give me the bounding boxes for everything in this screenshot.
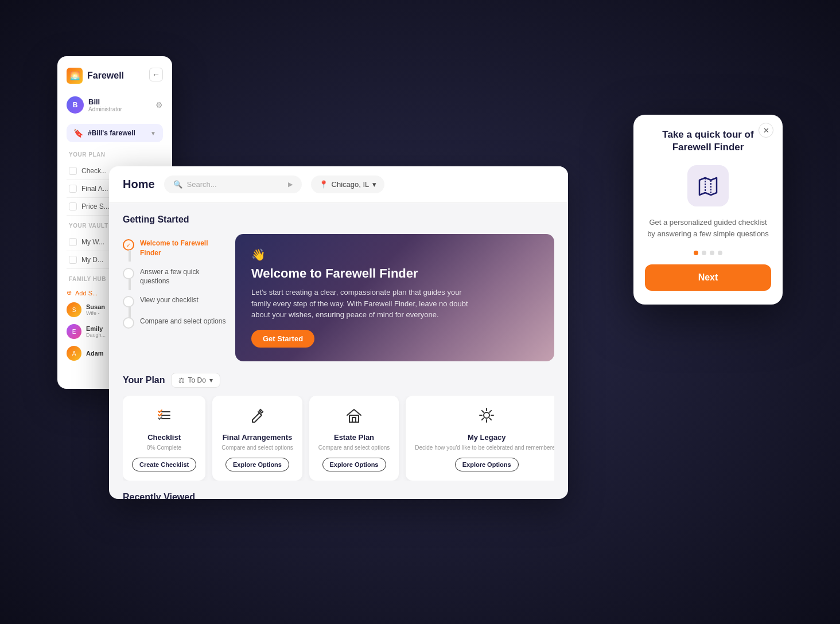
plan-card-final-arrangements[interactable]: Final Arrangements Compare and select op…: [212, 396, 302, 481]
plan-selector[interactable]: 🔖 #Bill's farewell ▼: [67, 124, 163, 142]
step-checklist[interactable]: View your checklist: [123, 291, 226, 312]
tour-modal-icon: [687, 165, 729, 206]
search-bar[interactable]: 🔍 Search... ▶: [164, 176, 302, 193]
page-title: Home: [123, 178, 155, 191]
final-arrangements-explore-button[interactable]: Explore Options: [225, 458, 289, 471]
plan-cards-row: Checklist 0% Complete Create Checklist F…: [123, 396, 554, 481]
banner-description: Let's start creating a clear, compassion…: [251, 287, 469, 321]
price-label: Price S...: [81, 202, 110, 210]
welcome-banner: 👋 Welcome to Farewell Finder Let's start…: [235, 234, 554, 361]
recently-viewed-title: Recently Viewed: [123, 492, 554, 500]
tour-modal-title: Take a quick tour of Farewell Finder: [645, 128, 771, 154]
tour-dot-1: [694, 251, 698, 255]
steps-panel: ✓ Welcome to Farewell Finder Answer a fe…: [123, 234, 226, 361]
tour-dot-3: [710, 251, 714, 255]
legacy-card-title: My Legacy: [415, 433, 554, 442]
final-arrangements-card-icon: [221, 405, 293, 428]
legacy-explore-button[interactable]: Explore Options: [455, 458, 519, 471]
step-1-label: Welcome to Farewell Finder: [140, 239, 226, 258]
legacy-card-icon: [415, 405, 554, 428]
getting-started-heading: Getting Started: [123, 214, 554, 225]
final-arrangements-card-title: Final Arrangements: [221, 433, 293, 442]
checklist-checkbox[interactable]: [69, 167, 77, 175]
tour-dot-4: [718, 251, 722, 255]
step-check-icon: ✓: [126, 242, 131, 248]
add-member-label: Add S...: [75, 290, 98, 297]
location-badge[interactable]: 📍 Chicago, IL ▾: [311, 176, 385, 193]
step-compare[interactable]: Compare and select options: [123, 312, 226, 333]
banner-emoji: 👋: [251, 248, 538, 262]
search-icon: 🔍: [173, 180, 182, 189]
estate-card-icon: [318, 405, 390, 428]
main-body: Getting Started ✓ Welcome to Farewell Fi…: [109, 203, 568, 499]
banner-title: Welcome to Farewell Finder: [251, 266, 538, 281]
step-welcome[interactable]: ✓ Welcome to Farewell Finder: [123, 234, 226, 263]
step-2-label: Answer a few quick questions: [140, 267, 226, 287]
step-4-label: Compare and select options: [140, 317, 225, 326]
settings-icon[interactable]: ⚙: [155, 100, 163, 110]
main-panel: Home 🔍 Search... ▶ 📍 Chicago, IL ▾ Getti…: [109, 166, 568, 499]
my-docs-label: My D...: [81, 256, 103, 264]
your-plan-title: Your Plan: [123, 375, 165, 385]
location-chevron-icon: ▾: [372, 180, 376, 189]
checklist-card-icon: [132, 405, 196, 428]
price-checkbox[interactable]: [69, 202, 77, 210]
my-will-checkbox[interactable]: [69, 238, 77, 246]
app-name: Farewell: [87, 71, 124, 81]
my-docs-checkbox[interactable]: [69, 256, 77, 264]
svg-line-10: [482, 410, 484, 412]
final-arrangements-card-sub: Compare and select options: [221, 444, 293, 452]
svg-line-11: [490, 418, 492, 420]
susan-avatar: S: [67, 302, 81, 317]
adam-avatar: A: [67, 346, 81, 361]
svg-point-5: [484, 412, 489, 418]
user-avatar: B: [67, 96, 84, 114]
step-3-circle: [123, 296, 134, 307]
plan-selector-name: #Bill's farewell: [88, 129, 146, 137]
tour-modal-description: Get a personalized guided checklist by a…: [645, 217, 771, 239]
tour-modal-close-button[interactable]: ✕: [759, 123, 773, 138]
checklist-card-sub: 0% Complete: [132, 444, 196, 452]
estate-explore-button[interactable]: Explore Options: [322, 458, 386, 471]
my-will-label: My W...: [81, 238, 104, 246]
user-role: Administrator: [88, 106, 151, 112]
recently-viewed-section: Recently Viewed Funeral Home Comparison …: [123, 492, 554, 500]
final-arrangements-checkbox[interactable]: [69, 185, 77, 193]
your-plan-section-label: Your Plan: [67, 151, 163, 158]
checklist-item-label: Check...: [81, 167, 107, 175]
sidebar-logo: 🌅 Farewell: [67, 68, 163, 84]
plan-card-estate[interactable]: Estate Plan Compare and select options E…: [309, 396, 399, 481]
emily-avatar: E: [67, 324, 81, 339]
estate-card-sub: Compare and select options: [318, 444, 390, 452]
step-2-circle: [123, 268, 134, 279]
get-started-button[interactable]: Get Started: [251, 330, 314, 348]
plan-card-legacy[interactable]: My Legacy Decide how you'd like to be ce…: [406, 396, 554, 481]
filter-label: To Do: [188, 376, 206, 384]
main-header: Home 🔍 Search... ▶ 📍 Chicago, IL ▾: [109, 166, 568, 203]
getting-started-row: ✓ Welcome to Farewell Finder Answer a fe…: [123, 234, 554, 361]
sidebar-close-button[interactable]: ←: [149, 68, 163, 81]
search-placeholder: Search...: [187, 180, 217, 189]
tour-next-button[interactable]: Next: [645, 264, 771, 291]
filter-chevron-icon: ▾: [209, 376, 213, 384]
your-plan-section: Your Plan ⚖ To Do ▾: [123, 373, 554, 481]
your-plan-header: Your Plan ⚖ To Do ▾: [123, 373, 554, 388]
step-questions[interactable]: Answer a few quick questions: [123, 263, 226, 291]
location-icon: 📍: [319, 180, 328, 189]
location-text: Chicago, IL: [332, 180, 370, 189]
create-checklist-button[interactable]: Create Checklist: [132, 458, 196, 471]
svg-line-12: [490, 410, 492, 412]
logo-icon: 🌅: [67, 68, 83, 84]
search-arrow-icon: ▶: [288, 181, 293, 188]
final-arrangements-label: Final A...: [81, 185, 108, 193]
tour-dot-2: [702, 251, 706, 255]
sidebar-user: B Bill Administrator ⚙: [67, 93, 163, 117]
plan-card-checklist[interactable]: Checklist 0% Complete Create Checklist: [123, 396, 205, 481]
legacy-card-sub: Decide how you'd like to be celebrated a…: [415, 444, 554, 452]
svg-rect-3: [349, 415, 359, 422]
step-1-circle: ✓: [123, 239, 134, 251]
svg-rect-4: [352, 418, 356, 422]
step-3-label: View your checklist: [140, 295, 199, 305]
checklist-card-title: Checklist: [132, 433, 196, 442]
todo-filter[interactable]: ⚖ To Do ▾: [171, 373, 220, 388]
